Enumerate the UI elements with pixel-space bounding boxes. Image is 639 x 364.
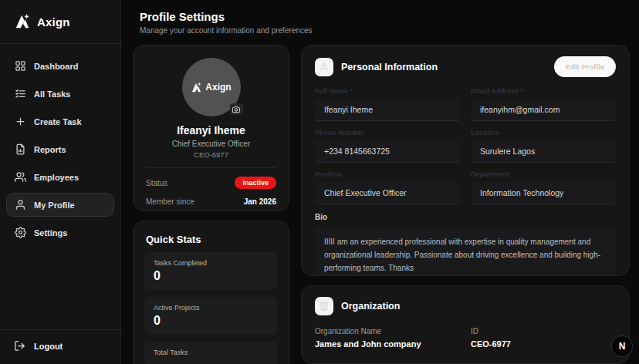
logout-area: Logout	[0, 329, 120, 364]
organization-title: Organization	[341, 301, 400, 312]
organization-fields: Organization Name James and John company…	[315, 327, 616, 349]
sidebar-item-label: My Profile	[34, 201, 75, 210]
right-column: Personal Information Edit Profile Full N…	[301, 45, 630, 364]
status-row: Status inactive	[146, 177, 276, 189]
field-value: James and John company	[315, 339, 460, 349]
sidebar-item-label: Settings	[34, 228, 67, 238]
avatar: Axign	[182, 58, 241, 116]
logout-label: Logout	[34, 342, 63, 351]
content-area: Axign Ifeanyi Iheme Chief Executive Offi…	[121, 42, 639, 364]
building-icon	[315, 297, 333, 315]
sidebar-nav: Dashboard All Tasks Create Task Reports	[0, 44, 120, 244]
field-value: Information Technology	[471, 182, 616, 204]
field-label: Phone Number	[315, 129, 460, 136]
organization-card: Organization Organization Name James and…	[301, 285, 630, 364]
sidebar-item-employees[interactable]: Employees	[6, 165, 114, 189]
report-icon	[15, 143, 26, 155]
gear-icon	[15, 227, 26, 238]
stat-value: 0	[154, 314, 269, 328]
sidebar-item-label: All Tasks	[34, 89, 71, 99]
camera-icon[interactable]	[230, 103, 243, 115]
axign-logo-icon	[14, 13, 31, 30]
stat-value: 0	[154, 269, 269, 283]
field-label: Department	[471, 170, 616, 178]
dashboard-icon	[15, 60, 26, 72]
field-value: Ifeanyi Iheme	[315, 99, 460, 121]
field-value: Chief Executive Officer	[315, 182, 460, 204]
bio-label: Bio	[315, 213, 616, 221]
profile-card: Axign Ifeanyi Iheme Chief Executive Offi…	[133, 45, 289, 211]
stat-label: Active Projects	[154, 304, 269, 312]
status-badge: inactive	[235, 177, 276, 189]
stat-active-projects: Active Projects 0	[144, 297, 278, 335]
field-phone: Phone Number +234 8145663725	[315, 129, 460, 163]
app-window: Axign Dashboard All Tasks Create Task	[0, 0, 639, 364]
profile-employee-id: CEO-6977	[146, 150, 276, 159]
field-organization-name: Organization Name James and John company	[315, 327, 460, 349]
main-area: Profile Settings Manage your account inf…	[121, 0, 639, 364]
stat-tasks-completed: Tasks Completed 0	[144, 252, 278, 290]
stat-label: Tasks Completed	[154, 259, 269, 267]
field-full-name: Full Name * Ifeanyi Iheme	[315, 87, 460, 121]
member-since-label: Member since	[146, 197, 194, 206]
personal-info-fields: Full Name * Ifeanyi Iheme Email Address …	[315, 87, 616, 204]
field-label: Organization Name	[315, 327, 460, 335]
page-subtitle: Manage your account information and pref…	[140, 26, 620, 35]
member-since-row: Member since Jan 2026	[146, 197, 276, 206]
sidebar-item-my-profile[interactable]: My Profile	[6, 193, 114, 217]
field-location: Location Surulere Lagos	[471, 129, 616, 163]
brand-name: Axign	[37, 15, 70, 29]
field-position: Position Chief Executive Officer	[315, 170, 460, 204]
sidebar-item-dashboard[interactable]: Dashboard	[6, 54, 114, 78]
bio-text: IIIII am an experienced professional wit…	[315, 227, 616, 276]
field-label: Email Address *	[471, 87, 616, 95]
sidebar-item-label: Dashboard	[34, 62, 78, 71]
page-title: Profile Settings	[140, 10, 620, 23]
logout-button[interactable]: Logout	[14, 340, 106, 352]
field-value: +234 8145663725	[315, 140, 460, 163]
sidebar-item-settings[interactable]: Settings	[6, 221, 114, 244]
user-icon	[15, 199, 26, 211]
organization-header: Organization	[315, 297, 616, 315]
field-label: Full Name *	[315, 87, 460, 95]
field-label: Location	[471, 129, 616, 136]
edit-profile-button[interactable]: Edit Profile	[554, 56, 616, 77]
field-value: ifeanyihm@gmail.com	[471, 99, 616, 121]
member-since-value: Jan 2026	[244, 197, 276, 206]
sidebar-item-label: Reports	[34, 145, 66, 154]
field-label: ID	[471, 327, 616, 335]
quick-stats-card: Quick Stats Tasks Completed 0 Active Pro…	[133, 221, 289, 364]
field-organization-id: ID CEO-6977	[471, 327, 616, 349]
personal-info-header: Personal Information Edit Profile	[315, 56, 616, 77]
profile-name: Ifeanyi Iheme	[146, 124, 276, 136]
stat-total-tasks: Total Tasks	[144, 342, 278, 364]
user-card-icon	[315, 58, 333, 76]
stat-label: Total Tasks	[154, 349, 269, 356]
axign-logo-icon	[191, 82, 202, 93]
sidebar: Axign Dashboard All Tasks Create Task	[0, 0, 121, 364]
personal-info-card: Personal Information Edit Profile Full N…	[301, 45, 630, 276]
personal-info-title: Personal Information	[341, 62, 438, 72]
quick-stats-title: Quick Stats	[144, 234, 278, 245]
sidebar-item-all-tasks[interactable]: All Tasks	[6, 82, 114, 106]
employees-icon	[15, 171, 26, 183]
field-department: Department Information Technology	[471, 170, 616, 204]
status-label: Status	[146, 179, 167, 187]
sidebar-item-reports[interactable]: Reports	[6, 137, 114, 161]
avatar-brand-text: Axign	[205, 82, 231, 93]
left-column: Axign Ifeanyi Iheme Chief Executive Offi…	[133, 45, 289, 364]
field-value: CEO-6977	[471, 339, 616, 349]
sidebar-item-label: Employees	[34, 173, 79, 182]
field-value: Surulere Lagos	[471, 140, 616, 163]
field-email: Email Address * ifeanyihm@gmail.com	[471, 87, 616, 121]
tasks-icon	[15, 88, 26, 99]
nextjs-dev-badge[interactable]: N	[612, 336, 632, 356]
field-label: Position	[315, 170, 460, 178]
plus-icon	[15, 116, 26, 127]
profile-role: Chief Executive Officer	[146, 140, 276, 148]
divider	[146, 167, 276, 168]
page-header: Profile Settings Manage your account inf…	[121, 0, 639, 42]
sidebar-item-create-task[interactable]: Create Task	[6, 110, 114, 133]
logout-icon	[14, 340, 25, 352]
sidebar-item-label: Create Task	[34, 117, 82, 126]
